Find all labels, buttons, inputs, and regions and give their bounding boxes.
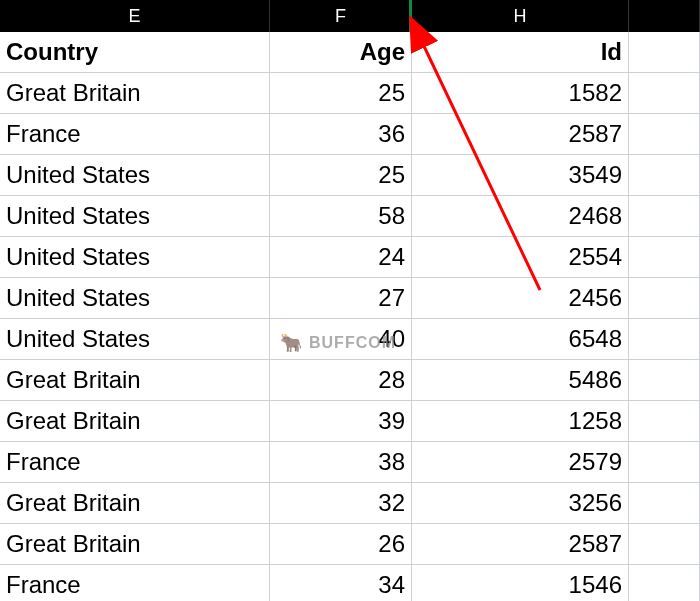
- table-row: United States 27 2456: [0, 278, 700, 319]
- header-age[interactable]: Age: [270, 32, 412, 73]
- table-row: France 36 2587: [0, 114, 700, 155]
- cell-age[interactable]: 27: [270, 278, 412, 319]
- cell-empty[interactable]: [629, 565, 700, 601]
- header-country[interactable]: Country: [0, 32, 270, 73]
- cell-country[interactable]: France: [0, 565, 270, 601]
- cell-country[interactable]: France: [0, 114, 270, 155]
- column-header-f-label: F: [335, 6, 346, 27]
- cell-country[interactable]: United States: [0, 237, 270, 278]
- column-header-h[interactable]: H: [412, 0, 629, 32]
- cell-country[interactable]: Great Britain: [0, 73, 270, 114]
- cell-empty[interactable]: [629, 483, 700, 524]
- cell-id[interactable]: 2456: [412, 278, 629, 319]
- cell-country[interactable]: United States: [0, 319, 270, 360]
- table-row: Great Britain 39 1258: [0, 401, 700, 442]
- table-row: United States 25 3549: [0, 155, 700, 196]
- cell-country[interactable]: United States: [0, 196, 270, 237]
- cell-country[interactable]: Great Britain: [0, 360, 270, 401]
- cell-empty[interactable]: [629, 524, 700, 565]
- cell-age[interactable]: 39: [270, 401, 412, 442]
- cell-id[interactable]: 3256: [412, 483, 629, 524]
- header-row: Country Age Id: [0, 32, 700, 73]
- cell-age[interactable]: 28: [270, 360, 412, 401]
- table-row: Great Britain 25 1582: [0, 73, 700, 114]
- cell-id[interactable]: 2587: [412, 114, 629, 155]
- cell-country[interactable]: Great Britain: [0, 401, 270, 442]
- cell-age[interactable]: 36: [270, 114, 412, 155]
- cell-empty[interactable]: [629, 360, 700, 401]
- cell-age[interactable]: 34: [270, 565, 412, 601]
- table-row: Great Britain 28 5486: [0, 360, 700, 401]
- cell-age[interactable]: 25: [270, 73, 412, 114]
- header-id[interactable]: Id: [412, 32, 629, 73]
- cell-empty[interactable]: [629, 401, 700, 442]
- cell-country[interactable]: United States: [0, 278, 270, 319]
- cell-age[interactable]: 58: [270, 196, 412, 237]
- cell-empty[interactable]: [629, 114, 700, 155]
- grid: Country Age Id Great Britain 25 1582 Fra…: [0, 32, 700, 601]
- cell-age[interactable]: 38: [270, 442, 412, 483]
- cell-country[interactable]: France: [0, 442, 270, 483]
- cell-id[interactable]: 5486: [412, 360, 629, 401]
- cell-id[interactable]: 2587: [412, 524, 629, 565]
- cell-empty[interactable]: [629, 237, 700, 278]
- cell-age[interactable]: 24: [270, 237, 412, 278]
- cell-id[interactable]: 1546: [412, 565, 629, 601]
- cell-id[interactable]: 1582: [412, 73, 629, 114]
- cell-country[interactable]: Great Britain: [0, 524, 270, 565]
- table-row: United States 24 2554: [0, 237, 700, 278]
- cell-empty[interactable]: [629, 442, 700, 483]
- table-row: United States 58 2468: [0, 196, 700, 237]
- cell-id[interactable]: 6548: [412, 319, 629, 360]
- column-header-f[interactable]: F: [270, 0, 412, 32]
- cell-id[interactable]: 2579: [412, 442, 629, 483]
- table-row: Great Britain 32 3256: [0, 483, 700, 524]
- cell-id[interactable]: 1258: [412, 401, 629, 442]
- column-header-e[interactable]: E: [0, 0, 270, 32]
- column-header-empty[interactable]: [629, 0, 700, 32]
- cell-age[interactable]: 25: [270, 155, 412, 196]
- header-empty[interactable]: [629, 32, 700, 73]
- cell-age[interactable]: 26: [270, 524, 412, 565]
- cell-id[interactable]: 3549: [412, 155, 629, 196]
- cell-id[interactable]: 2554: [412, 237, 629, 278]
- cell-empty[interactable]: [629, 155, 700, 196]
- table-row: United States 40 6548: [0, 319, 700, 360]
- cell-empty[interactable]: [629, 319, 700, 360]
- column-headers: E F H: [0, 0, 700, 32]
- cell-country[interactable]: United States: [0, 155, 270, 196]
- table-row: France 34 1546: [0, 565, 700, 601]
- spreadsheet: E F H Country Age Id Great Britain 25 15…: [0, 0, 700, 601]
- table-row: France 38 2579: [0, 442, 700, 483]
- cell-empty[interactable]: [629, 278, 700, 319]
- cell-id[interactable]: 2468: [412, 196, 629, 237]
- cell-age[interactable]: 40: [270, 319, 412, 360]
- cell-empty[interactable]: [629, 73, 700, 114]
- cell-country[interactable]: Great Britain: [0, 483, 270, 524]
- cell-age[interactable]: 32: [270, 483, 412, 524]
- table-row: Great Britain 26 2587: [0, 524, 700, 565]
- cell-empty[interactable]: [629, 196, 700, 237]
